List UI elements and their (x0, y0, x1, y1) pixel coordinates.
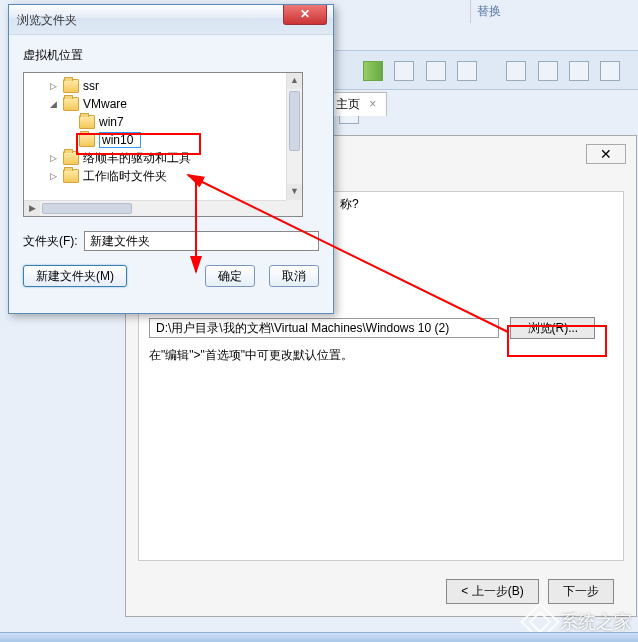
scroll-down-icon[interactable]: ▼ (287, 184, 302, 200)
scroll-right-icon[interactable]: ▶ (24, 201, 40, 217)
browse-button[interactable]: 浏览(R)... (510, 317, 595, 339)
close-icon[interactable]: × (369, 97, 376, 111)
hint-text: 在"编辑">"首选项"中可更改默认位置。 (149, 347, 353, 364)
tree-item[interactable]: ◢VMware (28, 95, 298, 113)
dialog-title-bar: 浏览文件夹 ✕ (9, 5, 333, 35)
toolbar-button[interactable] (600, 61, 620, 81)
toolbar-button[interactable] (426, 61, 446, 81)
expander-placeholder (64, 117, 75, 128)
tree-item[interactable]: ▷络顺丰的驱动和工具 (28, 149, 298, 167)
tree-item-label: win7 (99, 115, 124, 129)
wizard-close-button[interactable]: ✕ (586, 144, 626, 164)
vertical-scrollbar[interactable]: ▲ ▼ (286, 73, 302, 200)
chevron-right-icon[interactable]: ▷ (48, 81, 59, 92)
home-tab[interactable]: 主页 × (325, 92, 387, 116)
folder-icon (63, 79, 79, 93)
tree-item[interactable]: win7 (28, 113, 298, 131)
folder-name-input[interactable] (84, 231, 319, 251)
toolbar-button[interactable] (363, 61, 383, 81)
tree-item-label: ssr (83, 79, 99, 93)
toolbar-button[interactable] (569, 61, 589, 81)
tree-item-label: VMware (83, 97, 127, 111)
folder-icon (63, 151, 79, 165)
folder-icon (79, 115, 95, 129)
new-folder-button[interactable]: 新建文件夹(M) (23, 265, 127, 287)
back-button[interactable]: < 上一步(B) (446, 579, 538, 604)
next-button[interactable]: 下一步 (548, 579, 614, 604)
tree-item-label: 工作临时文件夹 (83, 168, 167, 185)
tab-label: 主页 (336, 97, 360, 111)
expander-placeholder (64, 135, 75, 146)
scroll-up-icon[interactable]: ▲ (287, 73, 302, 89)
chevron-right-icon[interactable]: ▷ (48, 171, 59, 182)
toolbar-button[interactable] (506, 61, 526, 81)
folder-tree[interactable]: ▷ssr◢VMwarewin7win10▷络顺丰的驱动和工具▷工作临时文件夹 ▲… (23, 72, 303, 217)
chevron-right-icon[interactable]: ▷ (48, 153, 59, 164)
horizontal-scrollbar[interactable]: ◀ ▶ (24, 200, 286, 216)
bg-header-text: 替换 (470, 0, 507, 23)
wizard-question-fragment: 称? (340, 196, 359, 213)
tree-item-label[interactable]: win10 (99, 132, 141, 148)
app-toolbar (335, 50, 638, 90)
chevron-down-icon[interactable]: ◢ (48, 99, 59, 110)
folder-icon (63, 169, 79, 183)
toolbar-button[interactable] (394, 61, 414, 81)
tree-item[interactable]: ▷ssr (28, 77, 298, 95)
browse-folder-dialog: 浏览文件夹 ✕ 虚拟机位置 ▷ssr◢VMwarewin7win10▷络顺丰的驱… (8, 4, 334, 314)
scroll-thumb[interactable] (42, 203, 132, 214)
folder-icon (79, 133, 95, 147)
folder-icon (63, 97, 79, 111)
location-input[interactable] (149, 318, 499, 338)
taskbar (0, 632, 638, 642)
tree-item[interactable]: win10 (28, 131, 298, 149)
scroll-corner (286, 200, 302, 216)
cancel-button[interactable]: 取消 (269, 265, 319, 287)
folder-field-label: 文件夹(F): (23, 233, 78, 250)
scroll-thumb[interactable] (289, 91, 300, 151)
toolbar-button[interactable] (457, 61, 477, 81)
close-button[interactable]: ✕ (283, 5, 327, 25)
watermark-text: 系统之家 (560, 610, 632, 634)
toolbar-button[interactable] (538, 61, 558, 81)
tree-item[interactable]: ▷工作临时文件夹 (28, 167, 298, 185)
tree-item-label: 络顺丰的驱动和工具 (83, 150, 191, 167)
dialog-title: 浏览文件夹 (17, 12, 77, 29)
ok-button[interactable]: 确定 (205, 265, 255, 287)
section-label: 虚拟机位置 (23, 47, 319, 64)
